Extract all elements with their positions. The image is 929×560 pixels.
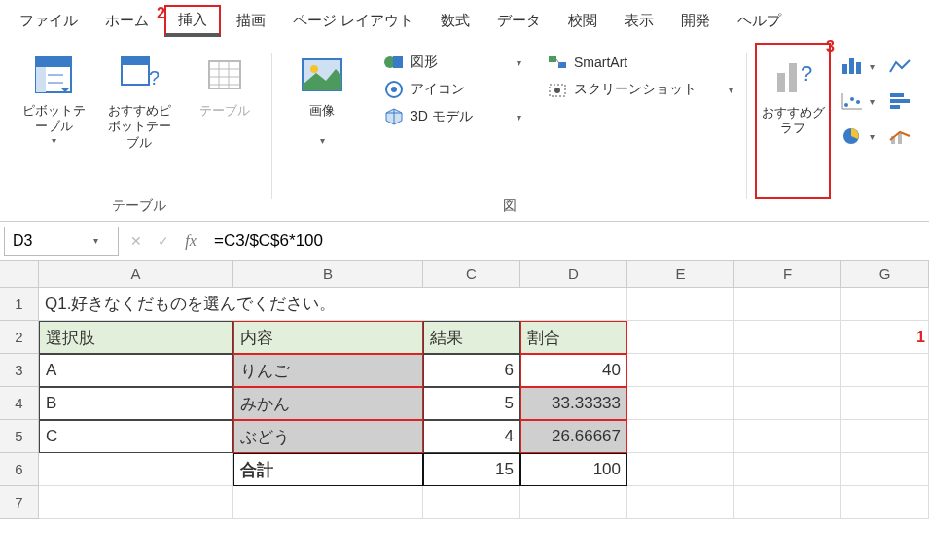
- menu-insert[interactable]: 2 挿入: [164, 5, 221, 37]
- cell-D7[interactable]: [520, 486, 627, 519]
- cell-D6[interactable]: 100: [520, 453, 627, 486]
- col-header-A[interactable]: A: [39, 261, 233, 288]
- cell-D2[interactable]: 割合: [520, 321, 627, 354]
- cell-E1[interactable]: [627, 288, 734, 321]
- cell-F1[interactable]: [734, 288, 841, 321]
- 3d-models-button[interactable]: 3D モデル ▾: [379, 105, 525, 128]
- cell-D3[interactable]: 40: [520, 354, 627, 387]
- cell-B7[interactable]: [233, 486, 423, 519]
- cell-G6[interactable]: [841, 453, 929, 486]
- menu-review[interactable]: 校閲: [556, 6, 609, 36]
- pie-chart-button[interactable]: ▾: [837, 121, 878, 152]
- col-header-E[interactable]: E: [627, 261, 734, 288]
- image-button[interactable]: 画像▾: [282, 43, 362, 151]
- cell-B4[interactable]: みかん: [233, 387, 423, 420]
- cell-E3[interactable]: [627, 354, 734, 387]
- cell-G1[interactable]: [841, 288, 929, 321]
- column-chart-button[interactable]: ▾: [837, 51, 878, 82]
- cell-C2[interactable]: 結果 1: [423, 321, 520, 354]
- cell-C3[interactable]: 6: [423, 354, 520, 387]
- cell-G7[interactable]: [841, 486, 929, 519]
- select-all-corner[interactable]: [0, 261, 39, 288]
- recommended-pivot-icon: ?: [117, 52, 161, 97]
- pivot-table-button[interactable]: ピボットテーブル ▾: [14, 43, 93, 197]
- cell-A6[interactable]: [39, 453, 233, 486]
- icons-button[interactable]: アイコン: [379, 78, 525, 101]
- recommended-charts-button[interactable]: 3 ? おすすめグラフ: [755, 43, 831, 199]
- col-header-G[interactable]: G: [841, 261, 929, 288]
- shapes-button[interactable]: 図形 ▾: [379, 51, 525, 74]
- menu-dev[interactable]: 開発: [669, 6, 722, 36]
- 3d-models-label: 3D モデル: [411, 108, 473, 125]
- menu-view[interactable]: 表示: [613, 6, 665, 36]
- cell-B6[interactable]: 合計: [233, 453, 423, 486]
- cell-A2[interactable]: 選択肢: [39, 321, 233, 354]
- 3d-models-icon: [383, 107, 405, 126]
- cell-C5[interactable]: 4: [423, 420, 520, 453]
- cell-B5[interactable]: ぶどう: [233, 420, 423, 453]
- row-header-3[interactable]: 3: [0, 354, 39, 387]
- cell-A7[interactable]: [39, 486, 233, 519]
- col-header-D[interactable]: D: [520, 261, 627, 288]
- cell-E6[interactable]: [627, 453, 734, 486]
- cell-G4[interactable]: [841, 387, 929, 420]
- cell-C6[interactable]: 15: [423, 453, 520, 486]
- recommended-pivot-button[interactable]: ? おすすめピボットテーブル: [99, 43, 179, 197]
- cell-A5[interactable]: C: [39, 420, 233, 453]
- cell-E5[interactable]: [627, 420, 734, 453]
- cell-G5[interactable]: [841, 420, 929, 453]
- cell-F5[interactable]: [734, 420, 841, 453]
- cell-F2[interactable]: [734, 321, 841, 354]
- cell-F7[interactable]: [734, 486, 841, 519]
- row-header-7[interactable]: 7: [0, 486, 39, 519]
- cell-E4[interactable]: [627, 387, 734, 420]
- cell-D4[interactable]: 33.33333: [520, 387, 627, 420]
- row-header-1[interactable]: 1: [0, 288, 39, 321]
- chevron-down-icon: ▾: [517, 112, 521, 122]
- chevron-down-icon: ▾: [320, 135, 325, 148]
- chevron-down-icon[interactable]: ▾: [73, 235, 118, 246]
- cell-C7[interactable]: [423, 486, 520, 519]
- cell-E2[interactable]: [627, 321, 734, 354]
- cell-F3[interactable]: [734, 354, 841, 387]
- row-header-4[interactable]: 4: [0, 387, 39, 420]
- line-chart-button[interactable]: [884, 51, 915, 82]
- chevron-down-icon: ▾: [870, 131, 875, 142]
- cell-E7[interactable]: [627, 486, 734, 519]
- cell-F4[interactable]: [734, 387, 841, 420]
- row-header-6[interactable]: 6: [0, 453, 39, 486]
- cell-A3[interactable]: A: [39, 354, 233, 387]
- name-box[interactable]: ▾: [4, 227, 119, 256]
- smartart-button[interactable]: SmartArt: [543, 51, 737, 74]
- cell-B2[interactable]: 1 内容: [233, 321, 423, 354]
- cell-D5[interactable]: 26.66667: [520, 420, 627, 453]
- menu-home[interactable]: ホーム: [93, 6, 161, 36]
- row-header-2[interactable]: 2: [0, 321, 39, 354]
- insert-function-button[interactable]: fx: [177, 227, 204, 256]
- combo-chart-button[interactable]: [884, 121, 915, 152]
- svg-point-25: [856, 100, 860, 104]
- cell-G3[interactable]: [841, 354, 929, 387]
- menu-draw[interactable]: 描画: [225, 6, 277, 36]
- col-header-F[interactable]: F: [734, 261, 841, 288]
- formula-input[interactable]: [204, 227, 929, 256]
- cell-B3[interactable]: りんご: [233, 354, 423, 387]
- menu-help[interactable]: ヘルプ: [726, 6, 793, 36]
- cell-C4[interactable]: 5: [423, 387, 520, 420]
- bar-chart-button[interactable]: [884, 86, 915, 117]
- svg-rect-4: [122, 57, 149, 65]
- menu-file[interactable]: ファイル: [8, 6, 89, 36]
- scatter-chart-button[interactable]: ▾: [837, 86, 878, 117]
- recommended-charts-icon: ?: [770, 54, 815, 99]
- menu-layout[interactable]: ページ レイアウト: [281, 6, 425, 36]
- col-header-C[interactable]: C: [423, 261, 520, 288]
- menu-formula[interactable]: 数式: [429, 6, 482, 36]
- cell-A4[interactable]: B: [39, 387, 233, 420]
- menu-data[interactable]: データ: [485, 6, 553, 36]
- cell-F6[interactable]: [734, 453, 841, 486]
- cell-A1[interactable]: Q1.好きなくだものを選んでください。: [39, 288, 627, 321]
- screenshot-button[interactable]: スクリーンショット ▾: [543, 78, 737, 101]
- name-box-input[interactable]: [5, 232, 73, 250]
- row-header-5[interactable]: 5: [0, 420, 39, 453]
- col-header-B[interactable]: B: [233, 261, 423, 288]
